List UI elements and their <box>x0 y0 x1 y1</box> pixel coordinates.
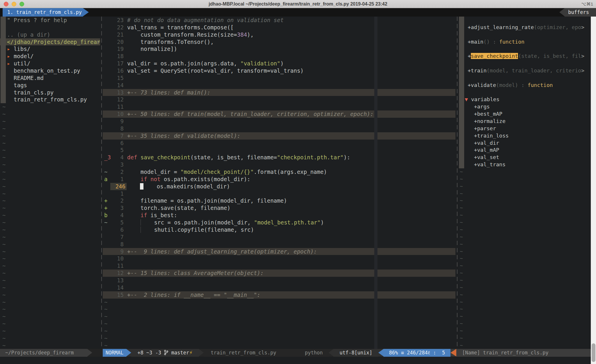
empty-line: ~ <box>459 313 591 320</box>
code-line[interactable]: 20 transforms.ToTensor(), <box>103 38 455 46</box>
tag-item[interactable]: +adjust_learning_rate(optimizer, epo> <box>459 24 591 31</box>
tag-item[interactable]: +val_trans <box>459 161 591 168</box>
code-line[interactable]: b4 if is_best: <box>103 212 455 219</box>
code-line[interactable]: 6 shutil.copyfile(filename, src) <box>103 226 455 233</box>
fold-line[interactable]: 13+-- 73 lines: def main(): <box>103 89 455 96</box>
window-separator[interactable] <box>100 17 103 349</box>
close-button[interactable] <box>4 2 8 6</box>
code-line[interactable]: 17val_dir = os.path.join(args.data, "val… <box>103 60 455 67</box>
empty-line: ~ <box>459 255 591 262</box>
tag-item[interactable]: +parser <box>459 125 591 132</box>
code-line[interactable]: ~5 src = os.path.join(model_dir, "model_… <box>103 219 455 226</box>
code-line[interactable]: 8 <box>103 241 455 248</box>
nerdtree-up-dir[interactable]: .. (up a dir) <box>0 31 100 38</box>
tag-item[interactable]: +val_dir <box>459 140 591 147</box>
nerdtree-scroll-indicator[interactable] <box>1 17 6 103</box>
code-line[interactable]: 12 <box>103 96 455 103</box>
code-line[interactable]: 8 <box>103 125 455 132</box>
line-text: +-- 9 lines: def adjust_learning_rate(op… <box>124 248 455 255</box>
fold-line[interactable]: 15+-- 2 lines: if __name__ == "__main__"… <box>103 291 455 299</box>
line-number: 22 <box>110 24 124 31</box>
tag-item[interactable]: +val_set <box>459 154 591 161</box>
fold-line[interactable]: 10+-- 50 lines: def train(model, train_l… <box>103 110 455 118</box>
code-line[interactable]: 19 normalize]) <box>103 45 455 53</box>
code-line[interactable]: +2 filename = os.path.join(model_dir, fi… <box>103 197 455 204</box>
gutter-sign <box>103 118 110 125</box>
command-line[interactable] <box>0 357 596 364</box>
fold-line[interactable]: 7+-- 35 lines: def validate(model): <box>103 132 455 140</box>
tag-item[interactable]: +main() : function <box>459 38 591 46</box>
tag-item[interactable]: +train(model, train_loader, criterio> <box>459 67 591 74</box>
code-line[interactable]: 10 <box>103 255 455 262</box>
tag-kind-header[interactable]: ▼ variables <box>459 96 591 103</box>
tab-active[interactable]: 1. train_retr_from_cls.py <box>3 8 83 17</box>
chevron-right-icon: ▸ <box>7 60 14 67</box>
buffers-label[interactable]: buffers <box>565 8 596 17</box>
tag-item[interactable]: +normalize <box>459 118 591 125</box>
code-line[interactable]: 7 <box>103 233 455 241</box>
tree-item-file[interactable]: train_retr_from_cls.py <box>0 96 100 103</box>
tree-item-file[interactable]: README.md <box>0 74 100 82</box>
line-text: def save_checkpoint(state, is_best, file… <box>124 154 455 161</box>
code-line[interactable]: _34def save_checkpoint(state, is_best, f… <box>103 154 455 161</box>
code-line[interactable]: 18 <box>103 53 455 60</box>
empty-line: ~ <box>0 320 100 327</box>
gutter-sign <box>103 125 110 132</box>
code-line[interactable]: 246 os.makedirs(model_dir) <box>103 183 455 190</box>
blank-line <box>459 60 591 67</box>
code-line[interactable]: 22val_trans = transforms.Compose([ <box>103 24 455 31</box>
code-line[interactable]: ~2 model_dir = "model/check_point/{}".fo… <box>103 168 455 176</box>
code-line[interactable]: 11 <box>103 262 455 270</box>
tag-item[interactable]: +save_checkpoint(state, is_best, fil> <box>459 53 591 60</box>
code-line[interactable]: 23# do not do data augmentation on valid… <box>103 17 455 24</box>
triangle-down-icon: ▼ <box>465 96 471 102</box>
code-line[interactable]: 1 <box>103 190 455 197</box>
tree-item-file[interactable]: train_cls.py <box>0 89 100 96</box>
fold-line[interactable]: 9+-- 9 lines: def adjust_learning_rate(o… <box>103 248 455 255</box>
powerline-arrow <box>126 349 131 356</box>
tag-item[interactable]: +validate(model) : function <box>459 82 591 89</box>
code-line[interactable]: 14 <box>103 284 455 291</box>
tag-item[interactable]: +best_mAP <box>459 110 591 118</box>
empty-line: ~ <box>459 241 591 248</box>
right-scrollbar-thumb[interactable] <box>592 343 595 362</box>
code-line[interactable]: a1 if not os.path.exists(model_dir): <box>103 176 455 183</box>
tree-item-directory[interactable]: ▸ libs/ <box>0 45 100 53</box>
zoom-button[interactable] <box>19 2 24 6</box>
code-line[interactable]: 9 <box>103 118 455 125</box>
code-window[interactable]: 23# do not do data augmentation on valid… <box>103 17 455 349</box>
tree-item-directory[interactable]: ▸ util/ <box>0 60 100 67</box>
gutter-sign <box>103 60 110 67</box>
gutter-sign <box>103 140 110 147</box>
code-line[interactable]: 11 <box>103 103 455 110</box>
empty-line: ~ <box>103 327 455 335</box>
right-scrollbar-track <box>591 17 596 364</box>
tagbar-scroll-indicator[interactable] <box>459 17 464 168</box>
window-separator[interactable] <box>455 17 459 349</box>
empty-line: ~ <box>459 291 591 299</box>
tree-item-directory[interactable]: ▸ model/ <box>0 53 100 60</box>
line-number: 18 <box>110 53 124 60</box>
nerdtree-root-path[interactable]: </jdhao/Projects/deep_firear> <box>0 38 100 46</box>
empty-line: ~ <box>459 270 591 277</box>
code-line[interactable]: 14 <box>103 82 455 89</box>
fold-line[interactable]: 12+-- 15 lines: class AverageMeter(objec… <box>103 270 455 277</box>
tag-item[interactable]: +val_mAP <box>459 147 591 154</box>
code-line[interactable]: 15 <box>103 74 455 82</box>
minimize-button[interactable] <box>12 2 16 6</box>
tag-item[interactable]: +train_loss <box>459 132 591 140</box>
code-line[interactable]: +3 torch.save(state, filename) <box>103 204 455 212</box>
code-line[interactable]: 5 <box>103 147 455 154</box>
tree-item-file[interactable]: benchmark_on_test.py <box>0 67 100 74</box>
tree-item-file[interactable]: tags <box>0 82 100 89</box>
code-line[interactable]: 6 <box>103 140 455 147</box>
code-line[interactable]: 21 custom_transform.Resize(size=384), <box>103 31 455 38</box>
line-number: 23 <box>110 17 124 24</box>
code-line[interactable]: 3 <box>103 161 455 168</box>
code-line[interactable]: 16val_set = QuerySet(root=val_dir, trans… <box>103 67 455 74</box>
code-line[interactable]: 13 <box>103 277 455 284</box>
line-number: 3 <box>110 204 124 212</box>
empty-line: ~ <box>0 262 100 270</box>
tag-item[interactable]: +args <box>459 103 591 110</box>
line-text: shutil.copyfile(filename, src) <box>124 226 455 233</box>
